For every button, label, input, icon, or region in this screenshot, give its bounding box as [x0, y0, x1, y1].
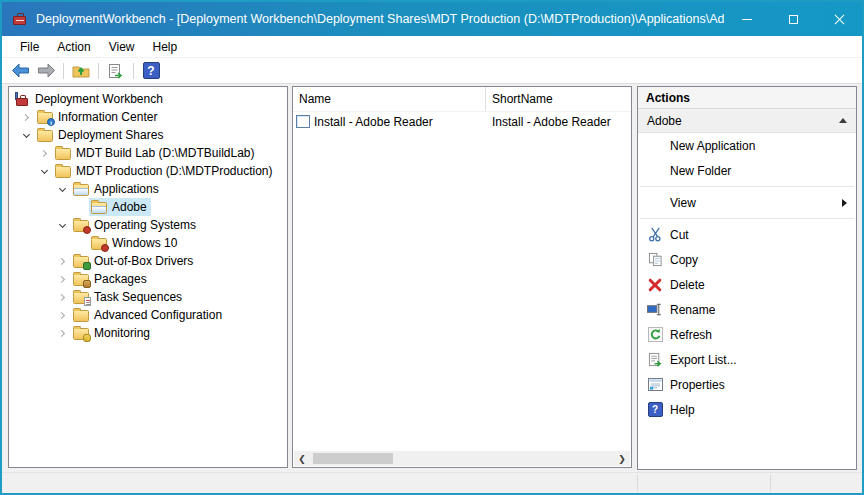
folder-applications-icon — [73, 184, 89, 196]
copy-icon — [648, 252, 663, 267]
scroll-left-icon[interactable]: ❮ — [294, 451, 310, 466]
tree-item-label: Out-of-Box Drivers — [94, 254, 193, 268]
tree-item-mdt-production[interactable]: MDT Production (D:\MDTProduction) — [9, 162, 287, 180]
tree-item-windows-10[interactable]: Windows 10 — [9, 234, 287, 252]
minimize-button[interactable] — [724, 2, 770, 36]
close-icon — [834, 14, 845, 25]
forward-button[interactable] — [34, 60, 58, 82]
minimize-icon — [742, 19, 752, 20]
tree-item-information-center[interactable]: Information Center — [9, 108, 287, 126]
back-button[interactable] — [8, 60, 32, 82]
column-header-name[interactable]: Name — [293, 87, 486, 111]
folder-drivers-icon — [73, 256, 89, 268]
folder-icon — [73, 310, 89, 322]
chevron-right-icon[interactable] — [53, 259, 71, 264]
cut-icon — [648, 227, 663, 242]
window-title: DeploymentWorkbench - [Deployment Workbe… — [36, 12, 724, 26]
action-new-folder[interactable]: New Folder — [638, 158, 856, 183]
action-view[interactable]: View — [638, 190, 856, 215]
action-label: Rename — [670, 303, 715, 317]
list-row-install-adobe-reader[interactable]: Install - Adobe Reader Install - Adobe R… — [293, 112, 631, 131]
folder-tasks-icon — [73, 292, 89, 304]
tree-item-applications[interactable]: Applications — [9, 180, 287, 198]
chevron-down-icon[interactable] — [17, 132, 35, 139]
menu-bar: File Action View Help — [2, 36, 862, 58]
chevron-down-icon[interactable] — [53, 186, 71, 193]
action-export-list[interactable]: Export List... — [638, 347, 856, 372]
tree-item-deployment-workbench[interactable]: Deployment Workbench — [9, 90, 287, 108]
help-button[interactable] — [139, 60, 163, 82]
tree-item-label: Operating Systems — [94, 218, 196, 232]
tree-item-out-of-box-drivers[interactable]: Out-of-Box Drivers — [9, 252, 287, 270]
toolbar-separator — [133, 63, 134, 79]
column-header-shortname[interactable]: ShortName — [486, 87, 631, 111]
toolbar-separator — [98, 63, 99, 79]
list-cell-shortname: Install - Adobe Reader — [486, 115, 611, 129]
properties-icon — [648, 378, 663, 391]
menu-help[interactable]: Help — [144, 38, 187, 56]
tree-item-mdt-build-lab[interactable]: MDT Build Lab (D:\MDTBuildLab) — [9, 144, 287, 162]
folder-applications-icon — [91, 202, 107, 214]
chevron-right-icon[interactable] — [35, 151, 53, 156]
folder-icon — [55, 148, 71, 160]
folder-monitoring-icon — [73, 328, 89, 340]
submenu-arrow-icon — [842, 199, 847, 207]
chevron-up-icon[interactable] — [839, 118, 847, 123]
tree-item-deployment-shares[interactable]: Deployment Shares — [9, 126, 287, 144]
folder-os-icon — [73, 220, 89, 232]
results-list-pane: Name ShortName Install - Adobe Reader In… — [292, 86, 632, 468]
tree-item-label: Deployment Workbench — [35, 92, 163, 106]
menu-action[interactable]: Action — [48, 38, 99, 56]
forward-arrow-icon — [37, 63, 56, 78]
horizontal-scrollbar[interactable]: ❮ ❯ — [294, 451, 630, 466]
folder-info-icon — [37, 112, 53, 124]
maximize-button[interactable] — [770, 2, 816, 36]
tree-item-packages[interactable]: Packages — [9, 270, 287, 288]
action-refresh[interactable]: Refresh — [638, 322, 856, 347]
scrollbar-thumb[interactable] — [313, 453, 393, 464]
back-arrow-icon — [11, 63, 30, 78]
app-window: DeploymentWorkbench - [Deployment Workbe… — [0, 0, 864, 495]
tree-item-label: Task Sequences — [94, 290, 182, 304]
action-help[interactable]: Help — [638, 397, 856, 422]
export-list-icon — [108, 63, 124, 79]
folder-os-icon — [91, 238, 107, 250]
folder-icon — [37, 130, 53, 142]
close-button[interactable] — [816, 2, 862, 36]
tree-item-task-sequences[interactable]: Task Sequences — [9, 288, 287, 306]
action-label: View — [670, 196, 696, 210]
action-cut[interactable]: Cut — [638, 222, 856, 247]
chevron-down-icon[interactable] — [35, 168, 53, 175]
chevron-right-icon[interactable] — [53, 295, 71, 300]
menu-file[interactable]: File — [11, 38, 48, 56]
action-copy[interactable]: Copy — [638, 247, 856, 272]
tree-item-advanced-configuration[interactable]: Advanced Configuration — [9, 306, 287, 324]
tree-item-operating-systems[interactable]: Operating Systems — [9, 216, 287, 234]
action-properties[interactable]: Properties — [638, 372, 856, 397]
chevron-right-icon[interactable] — [53, 331, 71, 336]
chevron-down-icon[interactable] — [53, 222, 71, 229]
chevron-right-icon[interactable] — [53, 277, 71, 282]
chevron-right-icon[interactable] — [53, 313, 71, 318]
action-label: Copy — [670, 253, 698, 267]
action-label: Export List... — [670, 353, 737, 367]
tree-item-monitoring[interactable]: Monitoring — [9, 324, 287, 342]
console-tree-pane: Deployment Workbench Information Center … — [8, 86, 288, 468]
up-one-level-button[interactable] — [69, 60, 93, 82]
action-rename[interactable]: Rename — [638, 297, 856, 322]
menu-view[interactable]: View — [100, 38, 144, 56]
actions-group-header-adobe[interactable]: Adobe — [638, 109, 856, 133]
tree-item-label: Adobe — [112, 200, 147, 214]
tree-item-label: Packages — [94, 272, 147, 286]
action-new-application[interactable]: New Application — [638, 133, 856, 158]
title-bar[interactable]: DeploymentWorkbench - [Deployment Workbe… — [2, 2, 862, 36]
export-list-button[interactable] — [104, 60, 128, 82]
action-delete[interactable]: Delete — [638, 272, 856, 297]
tree-item-adobe[interactable]: Adobe — [9, 198, 287, 216]
tree-item-label: Applications — [94, 182, 159, 196]
tree-item-label: MDT Production (D:\MDTProduction) — [76, 164, 273, 178]
application-icon — [296, 115, 310, 128]
scroll-right-icon[interactable]: ❯ — [614, 451, 630, 466]
tree-item-label: Monitoring — [94, 326, 150, 340]
chevron-right-icon[interactable] — [17, 115, 35, 120]
